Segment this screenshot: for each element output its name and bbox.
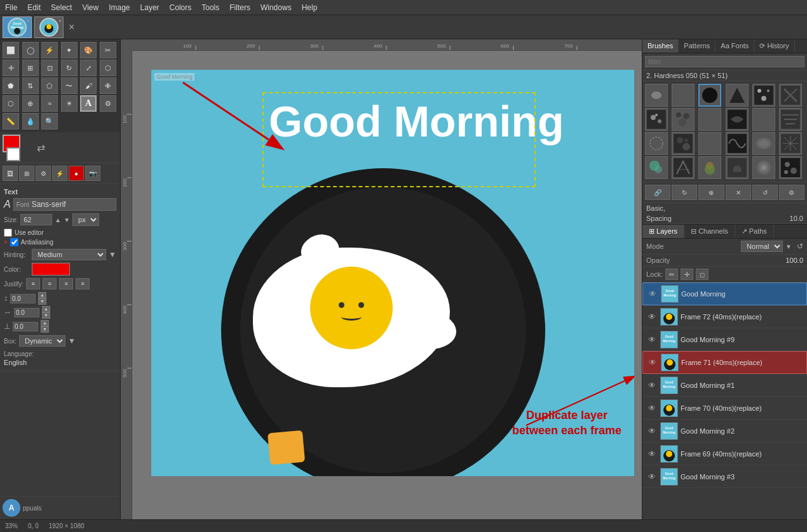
justify-center[interactable]: ≡: [43, 278, 57, 289]
mode-dropdown-icon[interactable]: ▼: [785, 243, 792, 250]
cs-up[interactable]: ▲: [42, 306, 50, 312]
layer-eye-1[interactable]: 👁: [646, 311, 658, 323]
document-tab-2[interactable]: ×: [34, 17, 64, 38]
canvas[interactable]: Good Morning: [151, 70, 634, 476]
bl-down[interactable]: ▼: [41, 326, 49, 333]
lock-position-btn[interactable]: ✛: [681, 269, 693, 280]
tool-shear[interactable]: ⬡: [100, 60, 116, 76]
brush-item-13[interactable]: [645, 132, 668, 155]
brush-action-settings[interactable]: ⚙: [779, 185, 804, 200]
brush-item-1[interactable]: [645, 84, 668, 107]
tool-rect-select[interactable]: ⬜: [3, 42, 19, 58]
layer-eye-0[interactable]: 👁: [647, 288, 658, 300]
antialiasing-checkbox[interactable]: [10, 238, 18, 246]
tab-paths[interactable]: ↗ Paths: [735, 225, 774, 238]
tool-rotate[interactable]: ↻: [61, 60, 78, 76]
color-preview[interactable]: [32, 263, 70, 276]
brush-item-23[interactable]: [752, 156, 775, 179]
tool-scale[interactable]: ⤢: [80, 60, 97, 76]
size-spinner-up[interactable]: ▲: [55, 216, 61, 223]
brush-item-11[interactable]: [752, 108, 775, 131]
tool-warp[interactable]: 〜: [61, 77, 78, 94]
menu-tools[interactable]: Tools: [196, 2, 224, 13]
tool-path[interactable]: ⚙: [100, 95, 116, 112]
background-color[interactable]: [6, 147, 20, 161]
tab-history[interactable]: ⟳ History: [754, 39, 794, 53]
brush-item-16[interactable]: [726, 132, 749, 155]
mode-select[interactable]: Normal: [741, 241, 783, 252]
brush-item-22[interactable]: [726, 156, 749, 179]
line-spacing-input[interactable]: [10, 294, 36, 303]
tool-fuzzy-select[interactable]: ✦: [61, 42, 78, 58]
tool-measure[interactable]: 📏: [3, 113, 19, 130]
layer-eye-5[interactable]: 👁: [646, 402, 658, 414]
menu-help[interactable]: Help: [297, 2, 323, 13]
ls-down[interactable]: ▼: [38, 298, 46, 305]
tab-brushes[interactable]: Brushes: [642, 39, 679, 53]
justify-right[interactable]: ≡: [59, 278, 73, 289]
menu-windows[interactable]: Windows: [255, 2, 297, 13]
brush-item-4[interactable]: [726, 84, 749, 107]
brush-item-7[interactable]: [645, 108, 668, 131]
brush-item-5[interactable]: [752, 84, 775, 107]
menu-file[interactable]: File: [0, 2, 22, 13]
document-tab-1[interactable]: GoodMorning ×: [3, 17, 32, 38]
swap-colors[interactable]: ⇄: [37, 142, 45, 154]
brush-item-9[interactable]: [698, 108, 721, 131]
tool-free-select[interactable]: ⚡: [41, 42, 58, 58]
close-icon[interactable]: ×: [66, 22, 77, 33]
menu-colors[interactable]: Colors: [165, 2, 197, 13]
hinting-dropdown-icon[interactable]: ▼: [109, 250, 116, 259]
tool-text[interactable]: A: [80, 95, 97, 112]
config-icon[interactable]: ⚡: [52, 166, 67, 181]
tool-move[interactable]: ✛: [3, 60, 19, 76]
lock-alpha-btn[interactable]: ◻: [696, 269, 709, 280]
tool-scissors[interactable]: ✂: [100, 42, 116, 58]
tool-zoom[interactable]: 🔍: [41, 113, 58, 130]
menu-select[interactable]: Select: [46, 2, 77, 13]
size-input[interactable]: [20, 214, 52, 225]
tab1-close[interactable]: ×: [27, 18, 30, 24]
layer-item-gm1[interactable]: 👁 GoodMorning Good Morning #1: [642, 374, 807, 397]
tool-color-picker[interactable]: 💧: [22, 113, 39, 130]
layer-eye-3[interactable]: 👁: [647, 357, 658, 368]
layer-item-frame72[interactable]: 👁 Frame 72 (40ms)(replace): [642, 305, 807, 328]
brush-item-24[interactable]: [779, 156, 802, 179]
font-display[interactable]: Font Sans-serif: [13, 198, 116, 211]
layer-item-frame70[interactable]: 👁 Frame 70 (40ms)(replace): [642, 397, 807, 420]
layers-icon[interactable]: ⊞: [19, 166, 34, 181]
ls-up[interactable]: ▲: [38, 292, 46, 298]
brush-action-delete[interactable]: ✕: [726, 185, 751, 200]
menu-layer[interactable]: Layer: [135, 2, 165, 13]
brush-item-8[interactable]: [672, 108, 695, 131]
tool-flip[interactable]: ⇅: [22, 77, 39, 94]
brush-item-17[interactable]: [752, 132, 775, 155]
box-select[interactable]: Dynamic: [19, 335, 65, 347]
tool-ellipse-select[interactable]: ◯: [22, 42, 39, 58]
box-dropdown-icon[interactable]: ▼: [68, 336, 76, 345]
size-spinner-down[interactable]: ▼: [64, 216, 70, 223]
tool-smudge[interactable]: ≈: [41, 95, 58, 112]
layer-eye-4[interactable]: 👁: [646, 380, 658, 391]
menu-filters[interactable]: Filters: [224, 2, 255, 13]
char-spacing-input[interactable]: [14, 308, 39, 317]
menu-edit[interactable]: Edit: [22, 2, 46, 13]
layer-item-frame71[interactable]: 👁 Frame 71 (40ms)(replace): [642, 351, 807, 374]
layer-item-gm3[interactable]: 👁 GoodMorning Good Morning #3: [642, 465, 807, 488]
tool-crop[interactable]: ⊡: [41, 60, 58, 76]
brush-item-10[interactable]: [726, 108, 749, 131]
brush-item-19[interactable]: [645, 156, 668, 179]
brush-item-20[interactable]: [672, 156, 695, 179]
brush-item-6[interactable]: [779, 84, 802, 107]
brush-item-14[interactable]: [672, 132, 695, 155]
brush-action-link[interactable]: 🔗: [645, 185, 670, 200]
new-image-icon[interactable]: 🖼: [3, 166, 18, 181]
use-editor-checkbox[interactable]: [4, 229, 12, 237]
brush-item-2[interactable]: [672, 84, 695, 107]
tool-align[interactable]: ⊞: [22, 60, 39, 76]
justify-fill[interactable]: ≡: [76, 278, 90, 289]
tool-dodge[interactable]: ☀: [61, 95, 78, 112]
record-icon[interactable]: ●: [69, 166, 84, 181]
layer-eye-2[interactable]: 👁: [646, 334, 658, 345]
brush-item-12[interactable]: [779, 108, 802, 131]
